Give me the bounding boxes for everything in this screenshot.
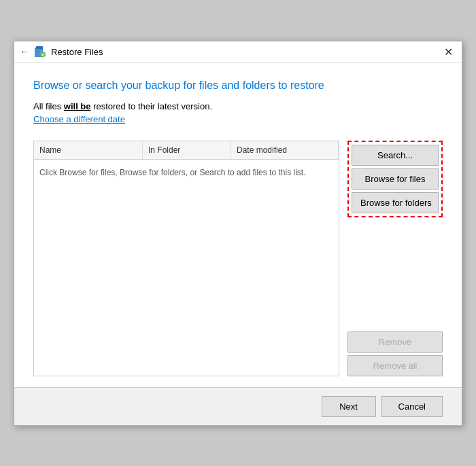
action-buttons-group: Search... Browse for files Browse for fo… — [347, 141, 443, 217]
col-header-name: Name — [34, 141, 143, 159]
close-button[interactable]: ✕ — [440, 43, 456, 60]
browse-files-button[interactable]: Browse for files — [352, 168, 439, 190]
remove-button[interactable]: Remove — [347, 331, 443, 353]
app-icon — [33, 45, 47, 58]
dialog-content: Browse or search your backup for files a… — [14, 63, 462, 387]
sub-text: All files will be restored to their late… — [33, 101, 443, 111]
cancel-button[interactable]: Cancel — [381, 396, 443, 417]
back-arrow-icon[interactable]: ← — [20, 46, 29, 57]
choose-different-date-link[interactable]: Choose a different date — [33, 114, 125, 124]
file-list-empty-message: Click Browse for files, Browse for folde… — [34, 160, 339, 185]
svg-rect-1 — [36, 46, 43, 49]
file-list-container: Name In Folder Date modified Click Brows… — [33, 141, 339, 376]
remove-all-button[interactable]: Remove all — [347, 355, 443, 376]
main-heading: Browse or search your backup for files a… — [33, 79, 443, 92]
search-button[interactable]: Search... — [352, 145, 439, 166]
buttons-panel: Search... Browse for files Browse for fo… — [347, 141, 443, 376]
file-list-header: Name In Folder Date modified — [34, 141, 339, 160]
col-header-date: Date modified — [231, 141, 339, 159]
title-bar: ← Restore Files ✕ — [14, 41, 462, 63]
title-bar-left: ← Restore Files — [20, 45, 103, 58]
main-area: Name In Folder Date modified Click Brows… — [33, 141, 443, 376]
browse-folders-button[interactable]: Browse for folders — [352, 192, 439, 213]
next-button[interactable]: Next — [322, 396, 376, 417]
secondary-buttons: Remove Remove all — [347, 223, 443, 376]
dialog-title: Restore Files — [51, 47, 103, 57]
bold-text: will be — [64, 101, 91, 111]
col-header-folder: In Folder — [143, 141, 231, 159]
dialog-footer: Next Cancel — [14, 387, 462, 425]
restore-files-dialog: ← Restore Files ✕ Browse or search your … — [14, 41, 462, 426]
